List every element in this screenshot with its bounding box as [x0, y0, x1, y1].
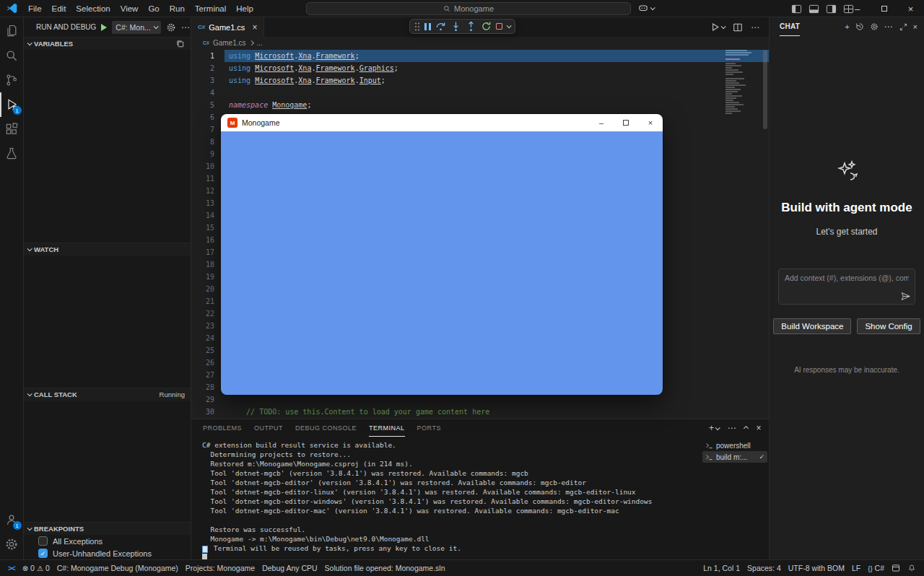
- expand-icon[interactable]: [899, 23, 907, 31]
- stop-button[interactable]: [496, 23, 502, 30]
- history-icon[interactable]: [855, 22, 864, 31]
- panel-tab-output[interactable]: OUTPUT: [254, 419, 283, 437]
- code-line[interactable]: [225, 87, 769, 99]
- step-into-icon[interactable]: [450, 21, 461, 32]
- line-number[interactable]: 23: [191, 320, 214, 332]
- activity-run-debug[interactable]: 1: [0, 92, 24, 117]
- toggle-secondary-sidebar-icon[interactable]: [826, 4, 837, 14]
- game-maximize-button[interactable]: [614, 114, 638, 131]
- close-chat-icon[interactable]: ×: [913, 22, 918, 31]
- line-number[interactable]: 22: [191, 307, 214, 320]
- code-line[interactable]: using Microsoft.Xna.Framework;: [225, 50, 769, 62]
- line-number[interactable]: 20: [191, 283, 214, 295]
- chat-input[interactable]: Add context (#), extensions (@), command: [778, 269, 915, 305]
- maximize-button[interactable]: [871, 0, 897, 17]
- minimize-button[interactable]: –: [844, 0, 871, 17]
- line-number[interactable]: 10: [191, 160, 214, 173]
- problems-status[interactable]: ⊗0 ⚠0: [19, 564, 53, 572]
- game-close-button[interactable]: ×: [638, 114, 663, 131]
- show-config-button[interactable]: Show Config: [857, 318, 920, 334]
- line-number[interactable]: 17: [191, 246, 214, 258]
- watch-body[interactable]: [24, 256, 191, 388]
- variables-section-header[interactable]: VARIABLES: [24, 37, 191, 50]
- activity-extensions[interactable]: [0, 117, 24, 141]
- menu-go[interactable]: Go: [143, 0, 164, 17]
- gear-icon[interactable]: [870, 22, 879, 31]
- accounts-button[interactable]: 1: [0, 507, 24, 532]
- command-center-search[interactable]: Monogame: [306, 2, 631, 15]
- line-number[interactable]: 6: [191, 111, 214, 123]
- code-line[interactable]: [225, 393, 769, 406]
- menu-view[interactable]: View: [116, 0, 144, 17]
- line-number[interactable]: 19: [191, 271, 214, 283]
- send-icon[interactable]: [901, 292, 910, 301]
- step-out-icon[interactable]: [466, 21, 476, 32]
- eol-status[interactable]: LF: [848, 564, 864, 572]
- settings-button[interactable]: [0, 532, 24, 557]
- monogame-titlebar[interactable]: M Monogame – ×: [221, 114, 663, 131]
- line-number[interactable]: 4: [191, 87, 214, 99]
- split-editor-icon[interactable]: [733, 22, 743, 32]
- call-stack-body[interactable]: [24, 401, 191, 522]
- line-number[interactable]: 13: [191, 197, 214, 209]
- line-number[interactable]: 29: [191, 393, 214, 406]
- collapse-all-icon[interactable]: [176, 40, 185, 48]
- breakpoint-checkbox[interactable]: ✓: [38, 549, 48, 558]
- line-number[interactable]: 30: [191, 406, 214, 418]
- line-number[interactable]: 16: [191, 234, 214, 246]
- line-number[interactable]: 14: [191, 209, 214, 222]
- language-mode-status[interactable]: {}C#: [864, 564, 888, 572]
- panel-tab-problems[interactable]: PROBLEMS: [203, 419, 242, 437]
- code-line[interactable]: // TODO: use this.Content to load your g…: [225, 406, 769, 418]
- variables-body[interactable]: [24, 50, 191, 243]
- encoding-status[interactable]: UTF-8 with BOM: [785, 564, 848, 572]
- line-number[interactable]: 24: [191, 332, 214, 344]
- restart-icon[interactable]: [481, 21, 492, 32]
- copilot-titlebar-button[interactable]: [638, 3, 654, 13]
- debug-config-dropdown[interactable]: C#: Mon...: [112, 21, 160, 34]
- terminal-process-item[interactable]: powershell: [702, 440, 767, 451]
- close-tab-icon[interactable]: ×: [252, 22, 257, 32]
- step-over-icon[interactable]: [435, 21, 446, 32]
- code-line[interactable]: using Microsoft.Xna.Framework.Input;: [225, 74, 769, 87]
- more-actions-icon[interactable]: ⋯: [181, 22, 191, 32]
- close-button[interactable]: ×: [897, 0, 924, 17]
- tab-game1cs[interactable]: C# Game1.cs ×: [191, 17, 264, 37]
- line-number[interactable]: 21: [191, 295, 214, 307]
- debug-settings-gear-icon[interactable]: [166, 22, 176, 32]
- line-number[interactable]: 2: [191, 62, 214, 74]
- line-number[interactable]: 11: [191, 173, 214, 185]
- line-number[interactable]: 1: [191, 50, 214, 62]
- line-number[interactable]: 26: [191, 357, 214, 369]
- line-number[interactable]: 25: [191, 344, 214, 357]
- line-number[interactable]: 5: [191, 99, 214, 111]
- close-panel-icon[interactable]: ×: [756, 423, 762, 433]
- chevron-down-icon[interactable]: [507, 23, 512, 28]
- editor-scrollbar[interactable]: [762, 48, 769, 419]
- pause-button[interactable]: [424, 23, 431, 30]
- debug-target-status[interactable]: C#: Monogame Debug (Monogame): [53, 564, 182, 572]
- build-config-status[interactable]: Debug Any CPU: [258, 564, 321, 572]
- projects-status[interactable]: Projects: Monogame: [182, 564, 258, 572]
- more-actions-icon[interactable]: ⋯: [727, 423, 736, 433]
- menu-help[interactable]: Help: [231, 0, 258, 17]
- breakpoint-item[interactable]: All Exceptions: [24, 535, 191, 547]
- new-terminal-button[interactable]: +: [709, 423, 720, 433]
- code-line[interactable]: using Microsoft.Xna.Framework.Graphics;: [225, 62, 769, 74]
- remote-indicator[interactable]: ><: [4, 564, 19, 572]
- breadcrumb[interactable]: C# Game1.cs ...: [191, 37, 769, 48]
- more-actions-icon[interactable]: ⋯: [751, 22, 760, 32]
- run-file-button[interactable]: [710, 22, 725, 32]
- activity-explorer[interactable]: [0, 19, 24, 43]
- notifications-bell-icon[interactable]: [904, 564, 920, 572]
- menu-edit[interactable]: Edit: [47, 0, 71, 17]
- terminal-process-item[interactable]: build m:...✓: [702, 451, 767, 463]
- game-minimize-button[interactable]: –: [589, 114, 614, 131]
- activity-search[interactable]: [0, 43, 24, 68]
- terminal-output[interactable]: C# extension build result service is ava…: [191, 437, 702, 559]
- gutter[interactable]: 1234567891011121314151617181920212223242…: [191, 48, 225, 419]
- line-number[interactable]: 8: [191, 136, 214, 148]
- monogame-window[interactable]: M Monogame – ×: [221, 114, 663, 395]
- panel-tab-debug-console[interactable]: DEBUG CONSOLE: [295, 419, 357, 437]
- breakpoint-checkbox[interactable]: [38, 536, 48, 546]
